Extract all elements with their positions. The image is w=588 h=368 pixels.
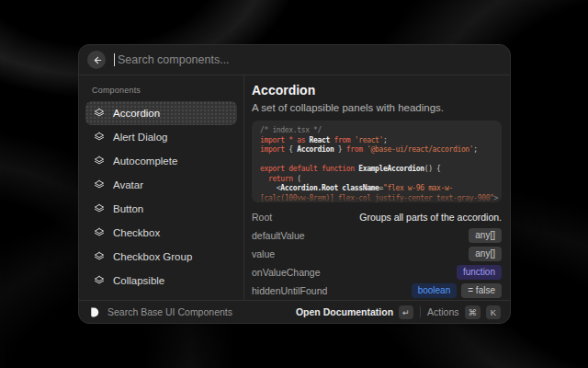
actions-label: Actions: [427, 306, 458, 317]
footer-divider: [420, 306, 421, 317]
code-snippet-block: /* index.tsx */import * as React from 'r…: [252, 121, 502, 202]
code-line: export default function ExampleAccordion…: [260, 165, 496, 175]
layers-icon: [94, 203, 105, 214]
prop-name: value: [252, 248, 275, 259]
sidebar-item-combobox[interactable]: Combobox: [85, 293, 237, 300]
sidebar-item-collapsible[interactable]: Collapsible: [85, 269, 237, 293]
k-key-icon: K: [486, 305, 501, 319]
code-line: import { Accordion } from '@base-ui/reac…: [260, 145, 496, 155]
prop-badges: boolean= false: [412, 283, 502, 298]
footer-actions: Open Documentation ↵ Actions ⌘ K: [296, 305, 501, 319]
layers-icon: [94, 275, 105, 286]
layers-icon: [94, 227, 105, 238]
back-button[interactable]: [87, 51, 106, 69]
prop-badges: any[]: [469, 228, 502, 243]
prop-description: Groups all parts of the accordion.: [359, 212, 502, 223]
code-line: [260, 155, 496, 166]
type-badge: = false: [461, 283, 502, 298]
component-title: Accordion: [252, 84, 502, 98]
code-line: <Accordion.Root className="flex w-96 max…: [260, 184, 496, 194]
search-bar: [79, 45, 510, 75]
search-input[interactable]: [115, 53, 501, 66]
code-line: [calc(100vw-8rem)] flex-col justify-cent…: [260, 194, 496, 203]
sidebar-item-label: Button: [113, 203, 143, 214]
type-badge: any[]: [469, 247, 502, 261]
prop-row: Root Groups all parts of the accordion.: [252, 208, 502, 226]
command-key-icon: ⌘: [465, 305, 481, 319]
sidebar-item-alert-dialog[interactable]: Alert Dialog: [85, 125, 237, 149]
prop-badges: any[]: [469, 247, 502, 261]
prop-name: onValueChange: [252, 267, 321, 278]
prop-name: defaultValue: [252, 230, 305, 241]
base-ui-logo-icon: [88, 306, 100, 318]
open-documentation-label: Open Documentation: [296, 306, 393, 317]
prop-row: value any[]: [252, 245, 502, 263]
prop-badges: function: [457, 265, 502, 280]
components-list: Accordion Alert Dialog Autocomplete Avat…: [79, 101, 243, 300]
sidebar-item-label: Autocomplete: [113, 155, 177, 167]
component-description: A set of collapsible panels with heading…: [252, 102, 502, 114]
sidebar-item-checkbox-group[interactable]: Checkbox Group: [85, 245, 237, 269]
arrow-left-icon: [92, 55, 102, 65]
sidebar-item-label: Checkbox: [113, 227, 160, 238]
layers-icon: [94, 179, 105, 190]
layers-icon: [94, 155, 105, 167]
command-palette-window: Components Accordion Alert Dialog Autoco…: [78, 44, 511, 324]
desktop-background: { "search": { "placeholder": "Search com…: [0, 0, 588, 368]
prop-name: Root: [252, 212, 272, 223]
type-badge: function: [457, 265, 502, 280]
sidebar-item-label: Collapsible: [113, 275, 164, 286]
prop-row: defaultValue any[]: [252, 226, 502, 245]
sidebar-item-label: Accordion: [113, 108, 160, 119]
sidebar-item-checkbox[interactable]: Checkbox: [85, 221, 237, 245]
type-badge: any[]: [469, 228, 502, 243]
sidebar-item-label: Avatar: [113, 179, 143, 190]
code-line: import * as React from 'react';: [260, 136, 496, 146]
layers-icon: [94, 108, 105, 119]
prop-row: hiddenUntilFound boolean= false: [252, 282, 502, 300]
type-badge: boolean: [412, 283, 458, 298]
sidebar-heading: Components: [79, 80, 243, 101]
code-line: return (: [260, 175, 496, 185]
footer-brand-label: Search Base UI Components: [107, 306, 232, 317]
layers-icon: [94, 132, 105, 143]
prop-name: hiddenUntilFound: [252, 285, 327, 296]
open-documentation-button[interactable]: Open Documentation ↵: [296, 305, 413, 319]
code-line: /* index.tsx */: [260, 126, 496, 136]
sidebar-item-label: Checkbox Group: [113, 251, 192, 262]
footer-bar: Search Base UI Components Open Documenta…: [79, 300, 510, 323]
sidebar-item-label: Alert Dialog: [113, 132, 167, 143]
prop-row: onValueChange function: [252, 263, 502, 282]
actions-button[interactable]: Actions ⌘ K: [427, 305, 501, 319]
component-detail-panel: Accordion A set of collapsible panels wi…: [244, 75, 510, 300]
sidebar-item-accordion[interactable]: Accordion: [85, 101, 237, 125]
props-table: Root Groups all parts of the accordion. …: [252, 208, 502, 300]
sidebar-item-avatar[interactable]: Avatar: [85, 173, 237, 197]
sidebar-item-button[interactable]: Button: [85, 197, 237, 221]
main-content: Components Accordion Alert Dialog Autoco…: [79, 75, 510, 300]
enter-key-icon: ↵: [399, 305, 413, 319]
components-sidebar[interactable]: Components Accordion Alert Dialog Autoco…: [79, 75, 244, 300]
layers-icon: [94, 251, 105, 262]
sidebar-item-autocomplete[interactable]: Autocomplete: [85, 149, 237, 173]
